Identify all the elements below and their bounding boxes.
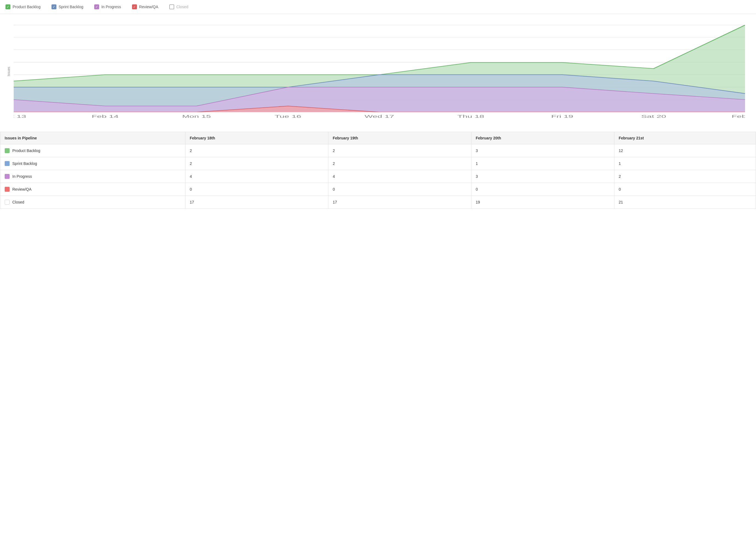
table-row: Product Backlog22312 xyxy=(0,144,756,157)
table-header-row: Issues in Pipeline February 18th Februar… xyxy=(0,132,756,144)
row-label-cell: In Progress xyxy=(0,170,185,183)
table-section: Issues in Pipeline February 18th Februar… xyxy=(0,132,756,209)
chart-container: Issues 0 2 4 6 8 10 12 xyxy=(0,14,756,129)
row-label-cell: Product Backlog xyxy=(0,144,185,157)
row-label-text: In Progress xyxy=(12,174,32,179)
row-0-col-1: 2 xyxy=(185,144,328,157)
legend-checkbox-product-backlog: ✓ xyxy=(5,4,10,9)
row-0-col-3: 3 xyxy=(471,144,614,157)
row-4-col-3: 19 xyxy=(471,196,614,209)
legend-item-product-backlog[interactable]: ✓ Product Backlog xyxy=(5,4,41,9)
legend-item-sprint-backlog[interactable]: ✓ Sprint Backlog xyxy=(51,4,83,9)
row-swatch xyxy=(5,161,10,166)
legend-label-sprint-backlog: Sprint Backlog xyxy=(59,5,83,9)
row-swatch xyxy=(5,200,10,205)
row-2-col-1: 4 xyxy=(185,170,328,183)
row-4-col-1: 17 xyxy=(185,196,328,209)
row-1-col-2: 2 xyxy=(328,157,471,170)
chart-wrap: Issues 0 2 4 6 8 10 12 xyxy=(14,22,745,121)
svg-text:Wed 17: Wed 17 xyxy=(365,114,394,119)
row-2-col-2: 4 xyxy=(328,170,471,183)
svg-text:Fri 19: Fri 19 xyxy=(551,114,573,119)
row-1-col-3: 1 xyxy=(471,157,614,170)
row-label-text: Review/QA xyxy=(12,187,31,191)
row-label-text: Sprint Backlog xyxy=(12,161,37,166)
row-1-col-1: 2 xyxy=(185,157,328,170)
row-label-cell: Sprint Backlog xyxy=(0,157,185,170)
legend-checkbox-in-progress: ✓ xyxy=(94,4,99,9)
row-1-col-4: 1 xyxy=(614,157,756,170)
svg-text:Mon 15: Mon 15 xyxy=(182,114,211,119)
y-axis-label: Issues xyxy=(7,67,11,76)
table-row: Closed17171921 xyxy=(0,196,756,209)
row-swatch xyxy=(5,174,10,179)
legend-checkbox-closed xyxy=(169,4,174,9)
svg-text:Sat 20: Sat 20 xyxy=(641,114,666,119)
col-header-feb18: February 18th xyxy=(185,132,328,144)
pipeline-table: Issues in Pipeline February 18th Februar… xyxy=(0,132,756,208)
svg-text:Thu 18: Thu 18 xyxy=(457,114,484,119)
table-row: In Progress4432 xyxy=(0,170,756,183)
row-3-col-2: 0 xyxy=(328,183,471,196)
row-3-col-1: 0 xyxy=(185,183,328,196)
svg-text:Tue 16: Tue 16 xyxy=(275,114,301,119)
row-label-cell: Closed xyxy=(0,196,185,209)
col-header-pipeline: Issues in Pipeline xyxy=(0,132,185,144)
col-header-feb19: February 19th xyxy=(328,132,471,144)
legend-bar: ✓ Product Backlog ✓ Sprint Backlog ✓ In … xyxy=(0,0,756,14)
row-label-text: Closed xyxy=(12,200,24,204)
legend-checkbox-review-qa: ✓ xyxy=(132,4,137,9)
legend-item-in-progress[interactable]: ✓ In Progress xyxy=(94,4,121,9)
legend-label-closed: Closed xyxy=(176,5,188,9)
row-0-col-2: 2 xyxy=(328,144,471,157)
row-4-col-4: 21 xyxy=(614,196,756,209)
row-label-cell: Review/QA xyxy=(0,183,185,196)
legend-checkbox-sprint-backlog: ✓ xyxy=(51,4,56,9)
chart-svg: 0 2 4 6 8 10 12 14 Sat 13 Fe xyxy=(14,22,745,121)
row-2-col-4: 2 xyxy=(614,170,756,183)
col-header-feb21: February 21st xyxy=(614,132,756,144)
row-2-col-3: 3 xyxy=(471,170,614,183)
row-4-col-2: 17 xyxy=(328,196,471,209)
table-row: Review/QA0000 xyxy=(0,183,756,196)
row-swatch xyxy=(5,148,10,153)
legend-label-in-progress: In Progress xyxy=(101,5,121,9)
svg-text:Sat 13: Sat 13 xyxy=(14,114,26,119)
legend-label-review-qa: Review/QA xyxy=(139,5,158,9)
col-header-feb20: February 20th xyxy=(471,132,614,144)
row-0-col-4: 12 xyxy=(614,144,756,157)
legend-label-product-backlog: Product Backlog xyxy=(13,5,41,9)
table-row: Sprint Backlog2211 xyxy=(0,157,756,170)
row-3-col-4: 0 xyxy=(614,183,756,196)
svg-text:Feb 21: Feb 21 xyxy=(732,114,745,119)
row-3-col-3: 0 xyxy=(471,183,614,196)
legend-item-closed[interactable]: Closed xyxy=(169,4,188,9)
row-swatch xyxy=(5,187,10,192)
legend-item-review-qa[interactable]: ✓ Review/QA xyxy=(132,4,158,9)
svg-text:Feb 14: Feb 14 xyxy=(92,114,119,119)
row-label-text: Product Backlog xyxy=(12,148,40,153)
